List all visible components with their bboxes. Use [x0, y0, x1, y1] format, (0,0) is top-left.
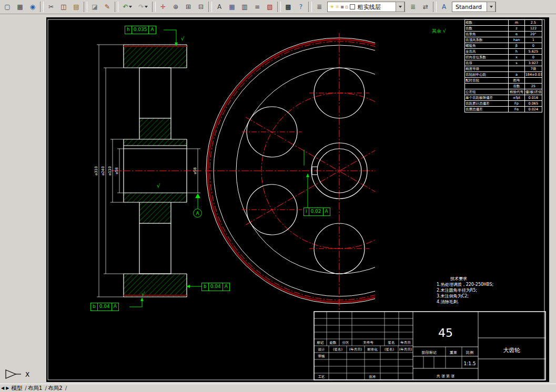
technical-requirements: 技术要求 1.热处理调质，220-250HBS;2.未注圆角半径为R5;3.未注… — [437, 276, 493, 305]
toolbar-group-mid: ≣ ⇄ A — [407, 1, 450, 13]
zoom-previous-icon[interactable]: ⊟ — [195, 1, 207, 13]
cut-icon[interactable]: ✂ — [45, 1, 57, 13]
find-icon[interactable]: A — [213, 1, 226, 13]
svg-text:√: √ — [157, 183, 160, 189]
title-block-grid — [314, 312, 545, 380]
combo-arrow-icon[interactable] — [487, 2, 496, 12]
svg-text:处数: 处数 — [330, 341, 337, 345]
layer-properties-icon[interactable]: ≣ — [407, 1, 419, 13]
pan-icon[interactable]: ✛ — [157, 1, 169, 13]
svg-text:阶段标记: 阶段标记 — [422, 350, 437, 355]
layer-combo-value: 粗实线层 — [356, 3, 396, 11]
gear-parameter-row: 模数 m 2.5 — [465, 20, 542, 26]
svg-text:⌀110: ⌀110 — [108, 166, 112, 176]
gdt-frame-face-left: b0.04A — [90, 303, 119, 311]
qnew-icon[interactable]: ▩ — [282, 1, 295, 13]
scale-value: 1:1.5 — [463, 361, 476, 366]
match-properties-icon[interactable]: ✎ — [101, 1, 114, 13]
surface-finish-note: 其余 √ — [432, 28, 446, 35]
layers-icon[interactable]: ≣ — [313, 1, 326, 13]
drawing-area[interactable]: ⌀310 ⌀240 ⌀110 ⌀58 ⌀58 √ √ √ — [46, 17, 549, 382]
tab-scroll-left-icon[interactable]: ◀ — [1, 386, 4, 390]
gear-parameter-row: 单个齿距极限偏差 ±fpt 0.016 — [465, 95, 542, 101]
markup-icon[interactable]: ▧ — [264, 1, 276, 13]
technical-requirement-line: 1.热处理调质，220-250HBS; — [437, 282, 493, 287]
svg-text:(年月日): (年月日) — [349, 347, 362, 352]
technical-requirements-title: 技术要求 — [450, 276, 493, 282]
layer-previous-icon[interactable]: ⇄ — [419, 1, 432, 13]
layer-color-swatch — [350, 4, 355, 9]
svg-text:批准: 批准 — [369, 375, 377, 379]
svg-text:年月日: 年月日 — [400, 341, 411, 345]
copy-icon[interactable]: ◫ — [57, 1, 70, 13]
gear-parameter-row: 螺旋角 β 0 — [465, 43, 542, 49]
svg-text:⌀240: ⌀240 — [101, 166, 105, 176]
gear-parameter-row: 齿厚 s 3.927 — [465, 60, 542, 66]
technical-requirement-line: 3.未注倒角为C2; — [437, 293, 493, 299]
bulb-icon: ☀ — [330, 4, 334, 9]
gear-parameter-row: 齿距累计总偏差 Fp 0.065 — [465, 101, 542, 107]
svg-text:文件号: 文件号 — [363, 341, 373, 345]
print-icon[interactable]: ▦ — [14, 1, 26, 13]
redo-icon[interactable]: ↷ — [135, 1, 151, 13]
ucs-x-label: X — [25, 371, 29, 378]
part-name-label: 大齿轮 — [503, 347, 521, 354]
text-style-combo[interactable]: Standard — [452, 2, 496, 12]
table-icon[interactable]: ▦ — [226, 1, 238, 13]
technical-requirement-line: 2.未注圆角半径为R5; — [437, 287, 493, 293]
help-icon[interactable]: ? — [295, 1, 307, 13]
svg-text:⌀310: ⌀310 — [94, 166, 98, 176]
zoom-window-icon[interactable]: ⊞ — [182, 1, 195, 13]
gear-parameter-table: 模数 m 2.5 齿数 z 122 齿形角 α 20° 齿顶高系数 — [464, 19, 542, 112]
layout-tab[interactable]: 模型 — [11, 385, 27, 392]
combo-arrow-icon[interactable] — [396, 2, 405, 12]
cad-application-window: { "toolbar": { "icons_left": [ {"name":"… — [0, 0, 556, 392]
datum-a-symbol: A — [193, 209, 202, 218]
dropdown-arrow-icon[interactable] — [129, 6, 132, 8]
ucs-icon: X — [3, 365, 40, 384]
lock-icon: ◾ — [340, 4, 344, 9]
gear-parameter-row: 齿数 25 — [465, 84, 542, 89]
erase-icon[interactable]: ◪ — [88, 1, 101, 13]
new-file-icon[interactable]: ▢ — [1, 1, 14, 13]
sun-icon: ☼ — [335, 4, 339, 9]
gear-parameter-row: 齿形角 α 20° — [465, 32, 542, 37]
gear-parameter-row: 配对齿轮 图号 — [465, 78, 542, 84]
gdt-frame-runout-top: h0.035A — [125, 26, 156, 34]
svg-text:√: √ — [181, 36, 185, 42]
toolbar-group-left: ▢ ▦ ◉ ✂ ◫ ▤ ◪ ✎ ↶ ↷ ✛ ⊕ — [1, 1, 326, 13]
paste-icon[interactable]: ▤ — [70, 1, 83, 13]
gear-parameter-row: 径向变位系数 x 0 — [465, 55, 542, 60]
svg-text:比例: 比例 — [466, 350, 473, 355]
svg-text:工艺: 工艺 — [318, 375, 326, 379]
svg-text:签名: 签名 — [388, 341, 395, 345]
gear-parameter-row: 公差组 检验代号 偏(极)差值 — [465, 89, 542, 95]
gdt-frame-keyway: i0.02A — [304, 208, 330, 216]
layout-tab[interactable]: 布局1 — [28, 385, 47, 392]
svg-text:重量: 重量 — [450, 350, 457, 355]
svg-text:标准化: 标准化 — [367, 347, 378, 352]
tab-scroll-right-icon[interactable]: ▶ — [6, 386, 9, 390]
hyperlink-icon[interactable]: ◉ — [26, 1, 39, 13]
technical-requirement-line: 4.清除毛刺. — [437, 299, 493, 305]
zoom-realtime-icon[interactable]: ⊕ — [169, 1, 182, 13]
svg-text:⌀58: ⌀58 — [115, 167, 119, 174]
dropdown-arrow-icon[interactable] — [145, 6, 148, 8]
undo-icon[interactable]: ↶ — [119, 1, 135, 13]
layer-combo[interactable]: ☀ ☼ ◾ ▫ 粗实线层 — [327, 2, 405, 12]
svg-text:设计: 设计 — [318, 347, 326, 352]
gdt-frame-face-right: b0.04A — [201, 283, 230, 291]
surface-finish-marks: √ √ √ — [141, 36, 185, 297]
calculator-icon[interactable]: ≡ — [251, 1, 264, 13]
svg-text:⌀58: ⌀58 — [193, 167, 197, 174]
front-view — [205, 33, 472, 310]
svg-text:共 张 第 张: 共 张 第 张 — [437, 374, 455, 378]
svg-text:分区: 分区 — [342, 341, 350, 345]
text-style-icon[interactable]: A — [438, 1, 450, 13]
main-toolbar: ▢ ▦ ◉ ✂ ◫ ▤ ◪ ✎ ↶ ↷ ✛ ⊕ — [0, 0, 556, 14]
layout-tab[interactable]: 布局2 — [48, 385, 67, 392]
layout-tab-bar: ◀ ▶ 模型布局1布局2 — [0, 384, 556, 392]
sheet-set-icon[interactable]: ▥ — [238, 1, 251, 13]
gear-parameter-row: 齿廓总偏差 Fα 0.024 — [465, 107, 542, 112]
svg-text:审核: 审核 — [318, 354, 326, 358]
